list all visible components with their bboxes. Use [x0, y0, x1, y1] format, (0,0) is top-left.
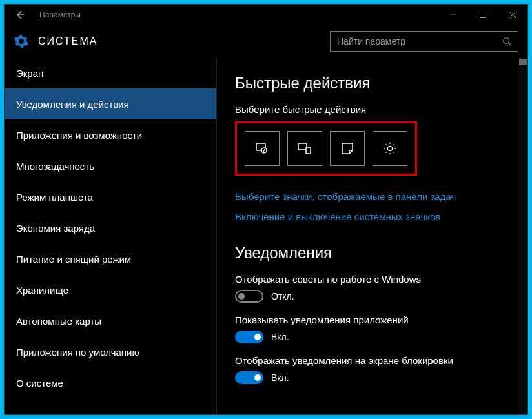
scrollbar[interactable] [518, 57, 527, 414]
quick-actions-highlight-box [235, 121, 417, 176]
toggle-tips[interactable] [235, 290, 263, 303]
toggle-label: Отображать советы по работе с Windows [235, 274, 509, 285]
search-icon [502, 37, 511, 46]
sidebar-item-label: Приложения по умолчанию [16, 347, 139, 358]
svg-point-1 [504, 38, 509, 44]
toggle-knob [254, 334, 261, 340]
toggle-label: Отображать уведомления на экране блокиро… [235, 355, 509, 366]
page-category-title: СИСТЕМА [38, 36, 98, 47]
toggle-label: Показывать уведомления приложений [235, 314, 509, 325]
toggle-knob [254, 374, 261, 381]
sidebar-item-label: Многозадачность [16, 161, 94, 172]
toggle-state-text: Вкл. [271, 373, 289, 383]
note-icon [340, 141, 354, 156]
sidebar-item-default-apps[interactable]: Приложения по умолчанию [5, 336, 216, 367]
link-taskbar-icons[interactable]: Выберите значки, отображаемые в панели з… [235, 191, 509, 202]
window-controls [438, 5, 527, 25]
sidebar-item-label: Уведомления и действия [16, 99, 129, 110]
toggle-state-text: Вкл. [271, 332, 289, 342]
toggle-row-tips: Отображать советы по работе с Windows От… [235, 274, 509, 303]
quick-actions-sublabel: Выберите быстрые действия [235, 104, 509, 115]
sidebar-item-multitasking[interactable]: Многозадачность [5, 150, 216, 181]
arrow-left-icon [15, 10, 25, 20]
quick-action-tile-settings[interactable] [373, 131, 407, 166]
sidebar-item-tablet-mode[interactable]: Режим планшета [5, 181, 216, 212]
quick-action-tile-tablet[interactable] [245, 131, 280, 166]
search-input[interactable] [337, 36, 502, 46]
svg-rect-0 [480, 12, 486, 18]
link-system-icons[interactable]: Включение и выключение системных значков [235, 211, 509, 222]
sidebar-item-about[interactable]: О системе [5, 367, 216, 398]
minimize-icon [450, 12, 456, 18]
notifications-heading: Уведомления [235, 244, 509, 262]
sidebar-item-apps[interactable]: Приложения и возможности [5, 119, 216, 150]
header: СИСТЕМА [5, 25, 527, 57]
sidebar-item-label: Режим планшета [16, 192, 93, 203]
close-icon [509, 12, 516, 18]
sidebar-item-label: Питание и спящий режим [16, 254, 131, 265]
sidebar-item-label: Автономные карты [16, 316, 101, 327]
close-button[interactable] [498, 5, 527, 25]
sidebar-item-notifications[interactable]: Уведомления и действия [5, 88, 216, 119]
gear-icon [383, 141, 397, 156]
sidebar-item-label: Экономия заряда [16, 223, 95, 234]
toggle-lockscreen[interactable] [235, 371, 263, 384]
sidebar-item-power[interactable]: Питание и спящий режим [5, 243, 216, 274]
sidebar-item-label: О системе [16, 378, 63, 389]
sidebar-item-display[interactable]: Экран [5, 57, 216, 88]
sidebar-item-storage[interactable]: Хранилище [5, 274, 216, 305]
svg-rect-4 [298, 143, 307, 150]
content-pane: Быстрые действия Выберите быстрые действ… [216, 57, 527, 414]
sidebar-item-label: Приложения и возможности [16, 130, 142, 141]
toggle-row-app-notif: Показывать уведомления приложений Вкл. [235, 314, 509, 343]
sidebar-item-offline-maps[interactable]: Автономные карты [5, 305, 216, 336]
gear-icon [14, 34, 29, 49]
maximize-icon [480, 12, 486, 18]
quick-action-tile-note[interactable] [330, 131, 365, 166]
search-box[interactable] [330, 31, 518, 52]
svg-rect-5 [306, 147, 311, 154]
back-button[interactable] [5, 5, 36, 25]
toggle-state-text: Откл. [271, 291, 294, 301]
scroll-thumb[interactable] [519, 59, 527, 65]
window-title: Параметры [36, 10, 81, 19]
quick-actions-heading: Быстрые действия [235, 74, 509, 92]
maximize-button[interactable] [468, 5, 498, 25]
body: Экран Уведомления и действия Приложения … [5, 57, 527, 414]
minimize-button[interactable] [438, 5, 468, 25]
sidebar-item-battery[interactable]: Экономия заряда [5, 212, 216, 243]
toggle-app-notif[interactable] [235, 331, 263, 343]
toggle-knob [238, 293, 245, 300]
quick-action-tile-connect[interactable] [287, 131, 322, 166]
sidebar-item-label: Хранилище [16, 285, 68, 296]
tablet-mode-icon [254, 141, 270, 156]
sidebar: Экран Уведомления и действия Приложения … [5, 57, 216, 414]
settings-window: Параметры СИСТЕМА Экран Уведомления и де… [4, 4, 528, 415]
connect-icon [297, 141, 312, 156]
toggle-row-lockscreen: Отображать уведомления на экране блокиро… [235, 355, 509, 384]
sidebar-item-label: Экран [16, 68, 43, 79]
titlebar: Параметры [5, 5, 527, 25]
